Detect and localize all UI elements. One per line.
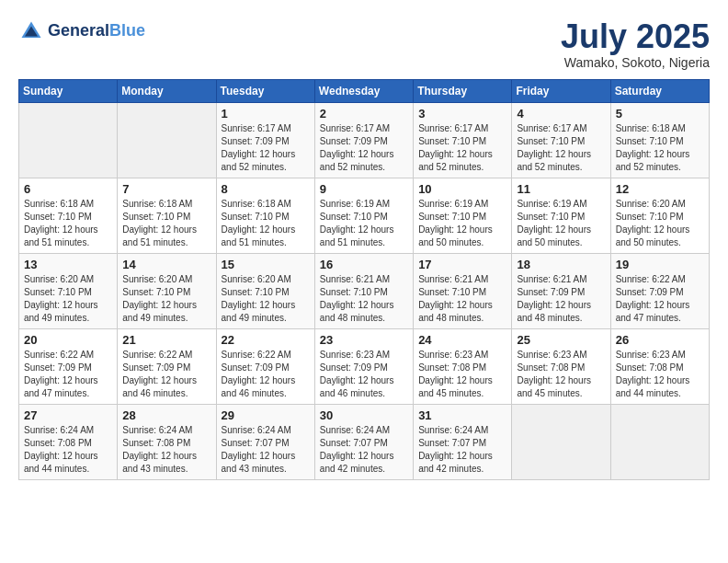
- logo-blue: Blue: [109, 21, 145, 40]
- calendar-cell: 29Sunrise: 6:24 AM Sunset: 7:07 PM Dayli…: [216, 404, 314, 479]
- day-info: Sunrise: 6:17 AM Sunset: 7:09 PM Dayligh…: [320, 122, 408, 174]
- day-info: Sunrise: 6:18 AM Sunset: 7:10 PM Dayligh…: [222, 198, 310, 249]
- day-number: 29: [222, 408, 310, 422]
- calendar-week: 27Sunrise: 6:24 AM Sunset: 7:08 PM Dayli…: [19, 404, 710, 479]
- calendar-cell: [512, 404, 610, 479]
- day-number: 25: [517, 333, 605, 347]
- calendar-cell: 22Sunrise: 6:22 AM Sunset: 7:09 PM Dayli…: [216, 328, 314, 404]
- calendar-cell: 7Sunrise: 6:18 AM Sunset: 7:10 PM Daylig…: [118, 178, 216, 253]
- calendar-table: SundayMondayTuesdayWednesdayThursdayFrid…: [18, 79, 710, 480]
- calendar-cell: 25Sunrise: 6:23 AM Sunset: 7:08 PM Dayli…: [512, 328, 610, 404]
- calendar-cell: 8Sunrise: 6:18 AM Sunset: 7:10 PM Daylig…: [216, 178, 314, 253]
- day-number: 18: [517, 258, 605, 271]
- day-number: 21: [122, 333, 210, 347]
- day-number: 6: [24, 182, 112, 196]
- day-number: 16: [320, 258, 408, 271]
- calendar-cell: 30Sunrise: 6:24 AM Sunset: 7:07 PM Dayli…: [314, 404, 413, 479]
- calendar-cell: 20Sunrise: 6:22 AM Sunset: 7:09 PM Dayli…: [19, 328, 118, 404]
- page-header: GeneralBlue July 2025 Wamako, Sokoto, Ni…: [18, 18, 710, 70]
- day-number: 3: [418, 107, 506, 121]
- day-info: Sunrise: 6:24 AM Sunset: 7:08 PM Dayligh…: [122, 424, 210, 476]
- day-info: Sunrise: 6:18 AM Sunset: 7:10 PM Dayligh…: [24, 198, 112, 249]
- calendar-cell: 12Sunrise: 6:20 AM Sunset: 7:10 PM Dayli…: [610, 178, 709, 253]
- day-number: 19: [616, 258, 704, 271]
- day-info: Sunrise: 6:24 AM Sunset: 7:07 PM Dayligh…: [320, 424, 408, 476]
- day-number: 2: [320, 107, 408, 121]
- day-info: Sunrise: 6:19 AM Sunset: 7:10 PM Dayligh…: [517, 198, 605, 249]
- day-number: 15: [222, 258, 310, 271]
- calendar-body: 1Sunrise: 6:17 AM Sunset: 7:09 PM Daylig…: [19, 102, 710, 479]
- day-info: Sunrise: 6:22 AM Sunset: 7:09 PM Dayligh…: [24, 349, 112, 400]
- day-info: Sunrise: 6:22 AM Sunset: 7:09 PM Dayligh…: [616, 273, 704, 325]
- day-info: Sunrise: 6:21 AM Sunset: 7:10 PM Dayligh…: [320, 273, 408, 325]
- day-of-week-sunday: Sunday: [19, 79, 118, 102]
- month-title: July 2025: [561, 18, 710, 55]
- day-number: 20: [24, 333, 112, 347]
- calendar-cell: 19Sunrise: 6:22 AM Sunset: 7:09 PM Dayli…: [610, 253, 709, 328]
- calendar-cell: 9Sunrise: 6:19 AM Sunset: 7:10 PM Daylig…: [314, 178, 413, 253]
- day-info: Sunrise: 6:24 AM Sunset: 7:07 PM Dayligh…: [418, 424, 506, 476]
- calendar-cell: 14Sunrise: 6:20 AM Sunset: 7:10 PM Dayli…: [118, 253, 216, 328]
- calendar-week: 6Sunrise: 6:18 AM Sunset: 7:10 PM Daylig…: [19, 178, 710, 253]
- header-row: SundayMondayTuesdayWednesdayThursdayFrid…: [19, 79, 710, 102]
- calendar-header: SundayMondayTuesdayWednesdayThursdayFrid…: [19, 79, 710, 102]
- day-info: Sunrise: 6:17 AM Sunset: 7:09 PM Dayligh…: [222, 122, 310, 174]
- day-info: Sunrise: 6:17 AM Sunset: 7:10 PM Dayligh…: [517, 122, 605, 174]
- day-info: Sunrise: 6:23 AM Sunset: 7:08 PM Dayligh…: [517, 349, 605, 400]
- calendar-cell: 13Sunrise: 6:20 AM Sunset: 7:10 PM Dayli…: [19, 253, 118, 328]
- day-info: Sunrise: 6:20 AM Sunset: 7:10 PM Dayligh…: [122, 273, 210, 325]
- logo: GeneralBlue: [18, 18, 145, 44]
- logo-icon: [18, 18, 44, 44]
- day-number: 5: [616, 107, 704, 121]
- calendar-cell: 17Sunrise: 6:21 AM Sunset: 7:10 PM Dayli…: [414, 253, 512, 328]
- day-number: 27: [24, 408, 112, 422]
- day-info: Sunrise: 6:20 AM Sunset: 7:10 PM Dayligh…: [24, 273, 112, 325]
- day-info: Sunrise: 6:24 AM Sunset: 7:08 PM Dayligh…: [24, 424, 112, 476]
- day-info: Sunrise: 6:22 AM Sunset: 7:09 PM Dayligh…: [222, 349, 310, 400]
- day-number: 24: [418, 333, 506, 347]
- day-number: 8: [222, 182, 310, 196]
- calendar-cell: 4Sunrise: 6:17 AM Sunset: 7:10 PM Daylig…: [512, 102, 610, 178]
- day-number: 13: [24, 258, 112, 271]
- day-of-week-friday: Friday: [512, 79, 610, 102]
- day-number: 14: [122, 258, 210, 271]
- day-number: 22: [222, 333, 310, 347]
- day-number: 4: [517, 107, 605, 121]
- calendar-cell: 5Sunrise: 6:18 AM Sunset: 7:10 PM Daylig…: [610, 102, 709, 178]
- day-info: Sunrise: 6:21 AM Sunset: 7:10 PM Dayligh…: [418, 273, 506, 325]
- day-of-week-wednesday: Wednesday: [314, 79, 413, 102]
- calendar-cell: 18Sunrise: 6:21 AM Sunset: 7:09 PM Dayli…: [512, 253, 610, 328]
- day-number: 7: [122, 182, 210, 196]
- calendar-cell: 26Sunrise: 6:23 AM Sunset: 7:08 PM Dayli…: [610, 328, 709, 404]
- day-number: 26: [616, 333, 704, 347]
- calendar-week: 13Sunrise: 6:20 AM Sunset: 7:10 PM Dayli…: [19, 253, 710, 328]
- day-of-week-saturday: Saturday: [610, 79, 709, 102]
- calendar-cell: 1Sunrise: 6:17 AM Sunset: 7:09 PM Daylig…: [216, 102, 314, 178]
- day-info: Sunrise: 6:24 AM Sunset: 7:07 PM Dayligh…: [222, 424, 310, 476]
- logo-general: General: [48, 21, 109, 40]
- day-info: Sunrise: 6:23 AM Sunset: 7:08 PM Dayligh…: [418, 349, 506, 400]
- calendar-cell: 15Sunrise: 6:20 AM Sunset: 7:10 PM Dayli…: [216, 253, 314, 328]
- calendar-cell: 24Sunrise: 6:23 AM Sunset: 7:08 PM Dayli…: [414, 328, 512, 404]
- day-of-week-monday: Monday: [118, 79, 216, 102]
- day-info: Sunrise: 6:17 AM Sunset: 7:10 PM Dayligh…: [418, 122, 506, 174]
- day-info: Sunrise: 6:22 AM Sunset: 7:09 PM Dayligh…: [122, 349, 210, 400]
- calendar-cell: [118, 102, 216, 178]
- calendar-cell: 6Sunrise: 6:18 AM Sunset: 7:10 PM Daylig…: [19, 178, 118, 253]
- day-number: 9: [320, 182, 408, 196]
- day-number: 11: [517, 182, 605, 196]
- day-info: Sunrise: 6:19 AM Sunset: 7:10 PM Dayligh…: [320, 198, 408, 249]
- day-number: 12: [616, 182, 704, 196]
- location: Wamako, Sokoto, Nigeria: [561, 55, 710, 70]
- calendar-cell: [19, 102, 118, 178]
- day-of-week-tuesday: Tuesday: [216, 79, 314, 102]
- calendar-cell: 21Sunrise: 6:22 AM Sunset: 7:09 PM Dayli…: [118, 328, 216, 404]
- calendar-cell: 16Sunrise: 6:21 AM Sunset: 7:10 PM Dayli…: [314, 253, 413, 328]
- calendar-week: 20Sunrise: 6:22 AM Sunset: 7:09 PM Dayli…: [19, 328, 710, 404]
- calendar-cell: 23Sunrise: 6:23 AM Sunset: 7:09 PM Dayli…: [314, 328, 413, 404]
- day-info: Sunrise: 6:18 AM Sunset: 7:10 PM Dayligh…: [616, 122, 704, 174]
- day-of-week-thursday: Thursday: [414, 79, 512, 102]
- day-info: Sunrise: 6:18 AM Sunset: 7:10 PM Dayligh…: [122, 198, 210, 249]
- day-info: Sunrise: 6:20 AM Sunset: 7:10 PM Dayligh…: [222, 273, 310, 325]
- day-number: 31: [418, 408, 506, 422]
